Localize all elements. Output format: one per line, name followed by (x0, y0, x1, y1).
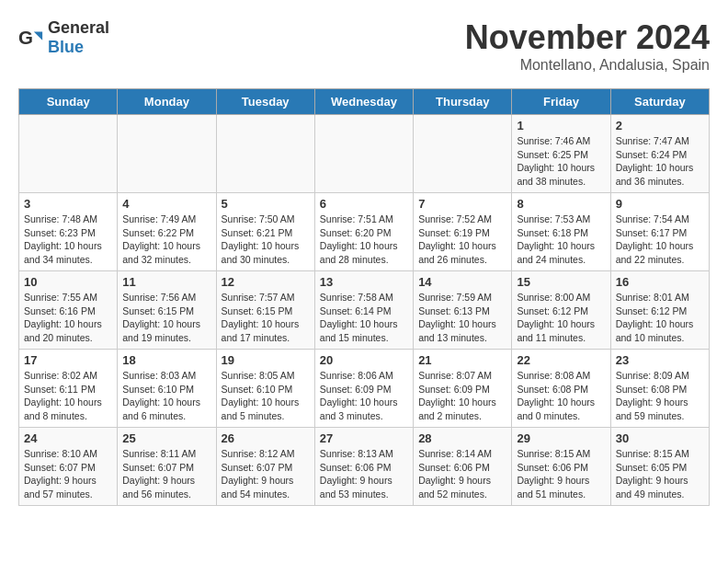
day-info: Sunrise: 8:13 AM Sunset: 6:06 PM Dayligh… (320, 447, 408, 501)
day-header-sunday: Sunday (19, 89, 118, 115)
day-number: 26 (222, 431, 310, 445)
day-number: 9 (616, 197, 704, 211)
day-number: 6 (320, 197, 408, 211)
day-header-monday: Monday (118, 89, 216, 115)
day-info: Sunrise: 7:46 AM Sunset: 6:25 PM Dayligh… (517, 134, 605, 189)
day-number: 5 (222, 197, 310, 211)
day-info: Sunrise: 8:02 AM Sunset: 6:11 PM Dayligh… (24, 369, 112, 423)
header: G General Blue November 2024 Montellano,… (18, 18, 710, 74)
calendar-cell: 24Sunrise: 8:10 AM Sunset: 6:07 PM Dayli… (19, 428, 118, 506)
calendar-body: 1Sunrise: 7:46 AM Sunset: 6:25 PM Daylig… (19, 115, 710, 506)
day-number: 16 (616, 275, 704, 289)
calendar-cell: 5Sunrise: 7:50 AM Sunset: 6:21 PM Daylig… (216, 193, 314, 271)
calendar-week-1: 1Sunrise: 7:46 AM Sunset: 6:25 PM Daylig… (19, 115, 710, 193)
day-number: 27 (320, 431, 408, 445)
calendar-cell: 15Sunrise: 8:00 AM Sunset: 6:12 PM Dayli… (512, 271, 610, 350)
day-number: 7 (418, 197, 506, 211)
day-info: Sunrise: 8:10 AM Sunset: 6:07 PM Dayligh… (24, 447, 112, 501)
calendar-cell: 12Sunrise: 7:57 AM Sunset: 6:15 PM Dayli… (216, 271, 314, 350)
day-info: Sunrise: 7:47 AM Sunset: 6:24 PM Dayligh… (616, 134, 704, 189)
day-info: Sunrise: 8:06 AM Sunset: 6:09 PM Dayligh… (320, 369, 408, 423)
calendar-cell: 25Sunrise: 8:11 AM Sunset: 6:07 PM Dayli… (118, 428, 216, 506)
calendar-cell: 2Sunrise: 7:47 AM Sunset: 6:24 PM Daylig… (610, 115, 709, 193)
day-number: 3 (24, 197, 112, 211)
calendar-cell: 13Sunrise: 7:58 AM Sunset: 6:14 PM Dayli… (314, 271, 413, 350)
day-number: 17 (24, 353, 112, 367)
day-number: 18 (122, 353, 210, 367)
calendar-cell: 19Sunrise: 8:05 AM Sunset: 6:10 PM Dayli… (216, 350, 314, 428)
day-header-thursday: Thursday (414, 89, 512, 115)
day-number: 13 (320, 275, 408, 289)
logo-blue: Blue (48, 38, 84, 56)
day-number: 1 (517, 119, 605, 132)
day-number: 11 (122, 275, 210, 289)
day-info: Sunrise: 7:49 AM Sunset: 6:22 PM Dayligh… (122, 213, 210, 267)
day-info: Sunrise: 8:08 AM Sunset: 6:08 PM Dayligh… (517, 369, 605, 423)
day-info: Sunrise: 8:00 AM Sunset: 6:12 PM Dayligh… (517, 291, 605, 345)
month-title: November 2024 (465, 18, 710, 57)
day-info: Sunrise: 7:57 AM Sunset: 6:15 PM Dayligh… (222, 291, 310, 345)
calendar-cell: 29Sunrise: 8:15 AM Sunset: 6:06 PM Dayli… (512, 428, 610, 506)
day-info: Sunrise: 7:54 AM Sunset: 6:17 PM Dayligh… (616, 213, 704, 267)
day-number: 14 (418, 275, 506, 289)
day-number: 19 (222, 353, 310, 367)
calendar-cell: 1Sunrise: 7:46 AM Sunset: 6:25 PM Daylig… (512, 115, 610, 193)
day-info: Sunrise: 7:52 AM Sunset: 6:19 PM Dayligh… (418, 213, 506, 267)
day-number: 8 (517, 197, 605, 211)
calendar-cell: 20Sunrise: 8:06 AM Sunset: 6:09 PM Dayli… (314, 350, 413, 428)
day-info: Sunrise: 8:07 AM Sunset: 6:09 PM Dayligh… (418, 369, 506, 423)
day-info: Sunrise: 8:12 AM Sunset: 6:07 PM Dayligh… (222, 447, 310, 501)
day-info: Sunrise: 7:50 AM Sunset: 6:21 PM Dayligh… (222, 213, 310, 267)
day-header-friday: Friday (512, 89, 610, 115)
day-info: Sunrise: 8:14 AM Sunset: 6:06 PM Dayligh… (418, 447, 506, 501)
calendar-cell: 7Sunrise: 7:52 AM Sunset: 6:19 PM Daylig… (414, 193, 512, 271)
calendar-cell: 16Sunrise: 8:01 AM Sunset: 6:12 PM Dayli… (610, 271, 709, 350)
calendar-cell: 26Sunrise: 8:12 AM Sunset: 6:07 PM Dayli… (216, 428, 314, 506)
day-number: 28 (418, 431, 506, 445)
calendar-header-row: SundayMondayTuesdayWednesdayThursdayFrid… (19, 89, 710, 115)
svg-text:G: G (18, 27, 33, 48)
calendar-cell: 8Sunrise: 7:53 AM Sunset: 6:18 PM Daylig… (512, 193, 610, 271)
calendar-cell (314, 115, 413, 193)
day-info: Sunrise: 7:58 AM Sunset: 6:14 PM Dayligh… (320, 291, 408, 345)
logo: G General Blue (18, 18, 109, 57)
calendar-cell: 14Sunrise: 7:59 AM Sunset: 6:13 PM Dayli… (414, 271, 512, 350)
day-info: Sunrise: 8:09 AM Sunset: 6:08 PM Dayligh… (616, 369, 704, 423)
calendar-cell: 23Sunrise: 8:09 AM Sunset: 6:08 PM Dayli… (610, 350, 709, 428)
calendar-week-3: 10Sunrise: 7:55 AM Sunset: 6:16 PM Dayli… (19, 271, 710, 350)
day-number: 22 (517, 353, 605, 367)
day-number: 29 (517, 431, 605, 445)
calendar-cell: 10Sunrise: 7:55 AM Sunset: 6:16 PM Dayli… (19, 271, 118, 350)
calendar-cell (216, 115, 314, 193)
calendar-cell: 22Sunrise: 8:08 AM Sunset: 6:08 PM Dayli… (512, 350, 610, 428)
day-number: 24 (24, 431, 112, 445)
calendar-cell: 30Sunrise: 8:15 AM Sunset: 6:05 PM Dayli… (610, 428, 709, 506)
day-header-wednesday: Wednesday (314, 89, 413, 115)
calendar-cell: 4Sunrise: 7:49 AM Sunset: 6:22 PM Daylig… (118, 193, 216, 271)
location-title: Montellano, Andalusia, Spain (465, 57, 710, 74)
calendar-cell (414, 115, 512, 193)
calendar-cell: 28Sunrise: 8:14 AM Sunset: 6:06 PM Dayli… (414, 428, 512, 506)
day-info: Sunrise: 8:15 AM Sunset: 6:06 PM Dayligh… (517, 447, 605, 501)
day-info: Sunrise: 8:15 AM Sunset: 6:05 PM Dayligh… (616, 447, 704, 501)
day-info: Sunrise: 7:48 AM Sunset: 6:23 PM Dayligh… (24, 213, 112, 267)
day-header-saturday: Saturday (610, 89, 709, 115)
day-info: Sunrise: 7:59 AM Sunset: 6:13 PM Dayligh… (418, 291, 506, 345)
logo-icon: G (18, 25, 44, 51)
svg-marker-1 (34, 31, 42, 40)
day-info: Sunrise: 8:11 AM Sunset: 6:07 PM Dayligh… (122, 447, 210, 501)
calendar-cell: 18Sunrise: 8:03 AM Sunset: 6:10 PM Dayli… (118, 350, 216, 428)
calendar-cell (118, 115, 216, 193)
day-number: 4 (122, 197, 210, 211)
day-info: Sunrise: 8:05 AM Sunset: 6:10 PM Dayligh… (222, 369, 310, 423)
day-number: 12 (222, 275, 310, 289)
day-number: 25 (122, 431, 210, 445)
calendar-cell: 3Sunrise: 7:48 AM Sunset: 6:23 PM Daylig… (19, 193, 118, 271)
day-header-tuesday: Tuesday (216, 89, 314, 115)
calendar-cell: 9Sunrise: 7:54 AM Sunset: 6:17 PM Daylig… (610, 193, 709, 271)
calendar-cell: 11Sunrise: 7:56 AM Sunset: 6:15 PM Dayli… (118, 271, 216, 350)
day-info: Sunrise: 7:55 AM Sunset: 6:16 PM Dayligh… (24, 291, 112, 345)
calendar-cell (19, 115, 118, 193)
day-info: Sunrise: 7:56 AM Sunset: 6:15 PM Dayligh… (122, 291, 210, 345)
calendar-week-2: 3Sunrise: 7:48 AM Sunset: 6:23 PM Daylig… (19, 193, 710, 271)
